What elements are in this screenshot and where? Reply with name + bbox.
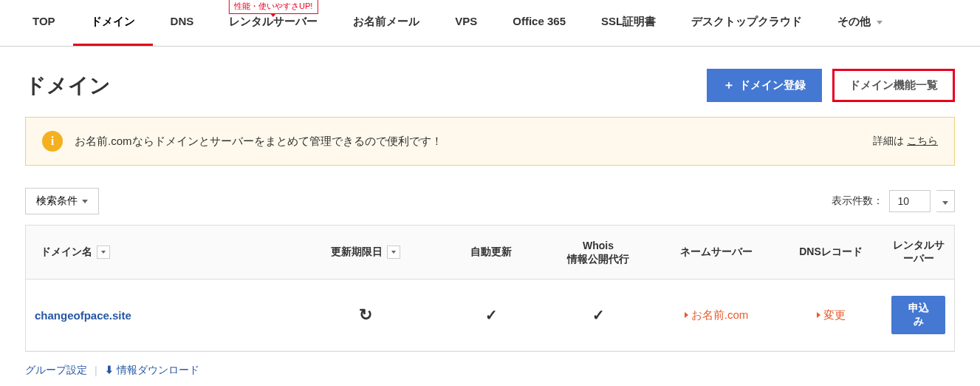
nameserver-link[interactable]: お名前.com: [685, 308, 749, 322]
dns-change-link[interactable]: 変更: [817, 308, 846, 322]
nav-desktop-cloud[interactable]: デスクトップクラウド: [674, 0, 820, 46]
table-header: ドメイン名 更新期限日 自動更新 Whois 情報公開代行 ネームサーバー DN…: [26, 226, 954, 280]
caret-down-icon: [101, 251, 106, 254]
group-settings-link[interactable]: グループ設定: [25, 364, 87, 377]
nav-badge: 性能・使いやすさUP!: [229, 0, 318, 14]
td-rental-server: 申込み: [883, 280, 954, 351]
td-nameserver: お名前.com: [654, 280, 779, 351]
info-text: お名前.comならドメインとサーバーをまとめて管理できるので便利です！: [75, 135, 442, 149]
refresh-icon[interactable]: ↻: [359, 305, 372, 325]
info-banner: i お名前.comならドメインとサーバーをまとめて管理できるので便利です！ 詳細…: [25, 117, 955, 166]
divider: |: [95, 365, 97, 376]
nav-rental-server[interactable]: 性能・使いやすさUP! レンタルサーバー: [211, 0, 335, 46]
arrow-right-icon: [685, 312, 688, 318]
info-link-wrap: 詳細は こちら: [873, 135, 938, 148]
info-link[interactable]: こちら: [907, 135, 938, 146]
search-conditions-button[interactable]: 検索条件: [25, 188, 99, 214]
header-buttons: ＋ ドメイン登録 ドメイン機能一覧: [707, 69, 955, 102]
td-dns-record: 変更: [779, 280, 883, 351]
download-icon: ⬇: [105, 364, 114, 376]
caret-down-icon: [82, 200, 88, 203]
sort-domain-button[interactable]: [97, 246, 110, 259]
domain-link[interactable]: changeofpace.site: [35, 309, 131, 322]
nav-dns[interactable]: DNS: [153, 0, 212, 46]
nav-vps[interactable]: VPS: [437, 0, 495, 46]
apply-button[interactable]: 申込み: [891, 296, 945, 334]
th-rental-server: レンタルサーバー: [883, 226, 954, 279]
nav-other[interactable]: その他: [820, 0, 900, 46]
plus-icon: ＋: [723, 78, 735, 93]
display-count: 表示件数： 10: [832, 190, 955, 212]
footer-links: グループ設定 | ⬇情報ダウンロード: [0, 352, 980, 386]
td-whois: ✓: [543, 280, 654, 351]
nav-domain[interactable]: ドメイン: [73, 0, 153, 46]
th-domain: ドメイン名: [26, 226, 292, 279]
arrow-right-icon: [817, 312, 820, 318]
caret-down-icon: [391, 251, 396, 254]
info-icon: i: [42, 131, 63, 152]
display-count-select[interactable]: 10: [889, 190, 931, 212]
th-dns-record: DNSレコード: [779, 226, 883, 279]
th-expiry: 更新期限日: [292, 226, 439, 279]
nav-mail[interactable]: お名前メール: [335, 0, 437, 46]
nav-ssl[interactable]: SSL証明書: [583, 0, 674, 46]
controls-row: 検索条件 表示件数： 10: [0, 188, 980, 225]
register-domain-button[interactable]: ＋ ドメイン登録: [707, 69, 822, 102]
th-auto-renew: 自動更新: [439, 226, 543, 279]
td-domain: changeofpace.site: [26, 280, 292, 351]
display-count-caret[interactable]: [936, 190, 955, 212]
check-icon: ✓: [485, 306, 498, 324]
table-row: changeofpace.site ↻ ✓ ✓ お名前.com 変更 申込み: [26, 280, 954, 351]
check-icon: ✓: [592, 306, 605, 324]
display-count-label: 表示件数：: [832, 194, 883, 208]
nav-office365[interactable]: Office 365: [495, 0, 583, 46]
page-header: ドメイン ＋ ドメイン登録 ドメイン機能一覧: [0, 47, 980, 117]
page-title: ドメイン: [25, 72, 111, 100]
sort-expiry-button[interactable]: [387, 246, 400, 259]
th-nameserver: ネームサーバー: [654, 226, 779, 279]
td-auto-renew: ✓: [439, 280, 543, 351]
domain-table: ドメイン名 更新期限日 自動更新 Whois 情報公開代行 ネームサーバー DN…: [25, 225, 955, 352]
chevron-down-icon: [877, 21, 883, 24]
nav-top[interactable]: TOP: [15, 0, 73, 46]
main-nav: TOP ドメイン DNS 性能・使いやすさUP! レンタルサーバー お名前メール…: [0, 0, 980, 47]
domain-features-button[interactable]: ドメイン機能一覧: [832, 69, 955, 102]
caret-down-icon: [942, 201, 948, 205]
download-info-link[interactable]: ⬇情報ダウンロード: [105, 364, 199, 377]
td-expiry: ↻: [292, 280, 439, 351]
th-whois: Whois 情報公開代行: [543, 226, 654, 279]
